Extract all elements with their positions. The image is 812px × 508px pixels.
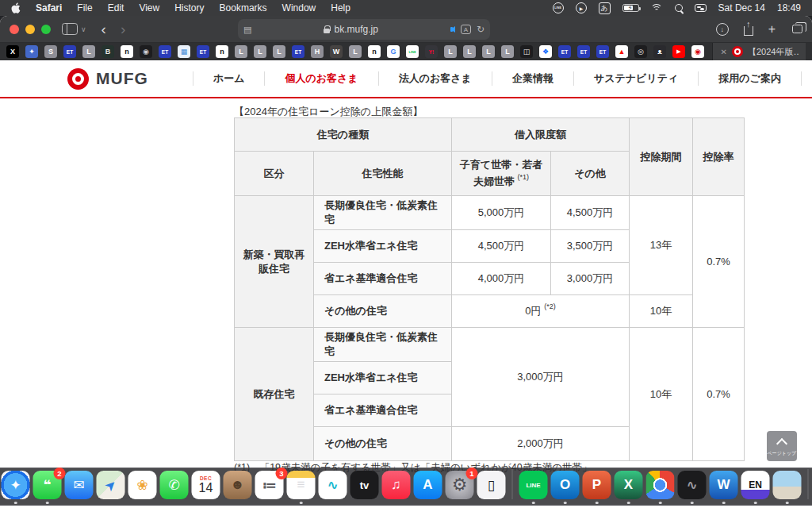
pinned-tab-favicon[interactable]: H <box>311 45 324 58</box>
dock-app-icon[interactable]: P <box>583 471 611 499</box>
dock-app-icon[interactable]: ✆ <box>160 471 189 499</box>
pinned-tab-favicon[interactable]: L <box>235 45 247 58</box>
dock-item[interactable]: ☻ <box>224 471 252 499</box>
pinned-tab-favicon[interactable]: LINE <box>406 45 419 58</box>
dock-item[interactable]: ≔ 3 <box>255 471 284 499</box>
dock-item[interactable]: ≡ <box>287 471 316 499</box>
dock-item[interactable] <box>773 471 802 499</box>
page-top-button[interactable]: ページトップ <box>767 431 797 461</box>
pinned-tab-favicon[interactable]: ▦ <box>178 45 190 58</box>
dock-app-icon[interactable]: O <box>551 471 580 499</box>
dock-item[interactable]: ➤ <box>97 471 125 499</box>
reload-icon[interactable]: ↻ <box>477 24 485 35</box>
dock-app-icon[interactable]: ♫ <box>382 471 411 499</box>
pinned-tab-favicon[interactable]: n <box>368 45 381 58</box>
nav-item[interactable]: 採用のご案内 <box>698 71 801 86</box>
pinned-tab-favicon[interactable]: ▶ <box>672 45 685 58</box>
pinned-tab-favicon[interactable]: ◉ <box>140 45 152 58</box>
share-icon[interactable] <box>744 26 753 36</box>
nav-item[interactable]: 個人のお客さま <box>264 71 377 86</box>
dock-app-icon[interactable]: A <box>414 471 442 499</box>
pinned-tab-favicon[interactable]: S <box>44 45 57 58</box>
menu-time[interactable]: 18:49 <box>777 2 801 13</box>
pinned-tab-favicon[interactable]: B <box>102 45 114 58</box>
pinned-tab-favicon[interactable]: L <box>273 45 285 58</box>
dock-app-icon[interactable] <box>646 471 675 499</box>
pinned-tab-favicon[interactable]: n <box>216 45 228 58</box>
pinned-tab-favicon[interactable]: L <box>463 45 476 58</box>
downloads-icon[interactable]: ↓ <box>716 23 729 36</box>
menu-item[interactable]: Help <box>331 2 350 13</box>
mufg-logo[interactable]: MUFG <box>67 68 148 90</box>
dock-app-icon[interactable]: ≡ <box>287 471 316 499</box>
dock-app-icon[interactable]: X <box>615 471 643 499</box>
control-center-icon[interactable] <box>695 4 707 12</box>
menu-item[interactable]: View <box>139 2 159 13</box>
dock-item[interactable]: EN <box>741 471 770 499</box>
pinned-tab-favicon[interactable]: X <box>6 45 19 58</box>
dock-app-icon[interactable]: ∿ <box>319 471 347 499</box>
pinned-tab-favicon[interactable]: L <box>482 45 495 58</box>
dock-app-icon[interactable]: ▯ <box>477 471 506 499</box>
forward-button[interactable]: › <box>113 21 132 37</box>
menu-app-name[interactable]: Safari <box>36 2 62 13</box>
dock-item[interactable]: LINE <box>519 471 548 499</box>
nav-item[interactable]: サステナビリティ <box>573 71 698 86</box>
active-tab[interactable]: ✕ 【2024年版… <box>712 43 806 60</box>
pinned-tab-favicon[interactable]: n <box>121 45 133 58</box>
play-status-icon[interactable]: ▶ <box>576 2 587 13</box>
translate-icon[interactable]: A <box>461 25 471 34</box>
pinned-tab-favicon[interactable]: ◉ <box>691 45 704 58</box>
pinned-tab-favicon[interactable]: ET <box>292 45 304 58</box>
dock-item[interactable]: O <box>551 471 580 499</box>
zoom-window-button[interactable] <box>41 25 51 34</box>
dock-app-icon[interactable]: ∿ <box>678 471 707 499</box>
dock-app-icon[interactable]: ✦ <box>2 471 30 499</box>
calendar-icon[interactable]: DEC 14 <box>192 471 220 499</box>
minimize-window-button[interactable] <box>25 25 35 34</box>
dock-app-icon[interactable]: EN <box>741 471 770 499</box>
dock-item[interactable]: ❝ 2 <box>33 471 62 499</box>
nav-item[interactable]: 法人のお客さま <box>378 71 492 86</box>
dock-item[interactable]: ♫ <box>382 471 411 499</box>
pinned-tab-favicon[interactable]: ET <box>197 45 209 58</box>
dock-item[interactable]: tv <box>350 471 379 499</box>
close-window-button[interactable] <box>10 25 19 34</box>
battery-icon[interactable]: ⚡ <box>622 4 639 12</box>
dock-item[interactable]: W <box>710 471 738 499</box>
dock-item[interactable]: ❀ <box>128 471 157 499</box>
close-tab-icon[interactable]: ✕ <box>721 48 727 56</box>
dock-app-icon[interactable]: ☻ <box>224 471 252 499</box>
menu-item[interactable]: Window <box>282 2 316 13</box>
dock-item[interactable]: ▯ <box>477 471 506 499</box>
pinned-tab-favicon[interactable]: L <box>444 45 457 58</box>
spotlight-search-icon[interactable] <box>675 4 683 12</box>
new-tab-button[interactable]: + <box>768 22 776 37</box>
dock-item[interactable]: X <box>615 471 643 499</box>
pinned-tab-favicon[interactable]: ✦ <box>25 45 38 58</box>
address-bar[interactable]: ▤ bk.mufg.jp A ↻ <box>238 19 490 40</box>
dock-item[interactable]: ✦ <box>2 471 30 499</box>
pinned-tab-favicon[interactable]: L <box>254 45 266 58</box>
dock-item[interactable]: ✆ <box>160 471 189 499</box>
back-button[interactable]: ‹ <box>94 21 113 37</box>
pinned-tab-favicon[interactable]: Y! <box>425 45 438 58</box>
menu-date[interactable]: Sat Dec 14 <box>718 2 765 13</box>
dock-app-icon[interactable]: ✉ <box>65 471 94 499</box>
pinned-tab-favicon[interactable]: ᴥ <box>653 45 666 58</box>
dock-item[interactable]: P <box>583 471 611 499</box>
input-method-icon[interactable]: あ <box>599 2 611 14</box>
pinned-tab-favicon[interactable]: ET <box>577 45 590 58</box>
pinned-tab-favicon[interactable]: ET <box>558 45 571 58</box>
menu-item[interactable]: File <box>77 2 92 13</box>
dock-app-icon[interactable]: tv <box>350 471 379 499</box>
apple-menu-icon[interactable] <box>11 2 21 13</box>
pinned-tab-favicon[interactable]: ET <box>159 45 171 58</box>
dock-item[interactable] <box>646 471 675 499</box>
wifi-icon[interactable] <box>651 4 663 13</box>
nav-item[interactable]: 企業情報 <box>492 71 573 86</box>
dock-item[interactable] <box>509 469 516 499</box>
audio-mute-icon[interactable] <box>450 26 455 33</box>
dock-item[interactable]: A <box>414 471 442 499</box>
dock-item[interactable] <box>805 469 812 499</box>
